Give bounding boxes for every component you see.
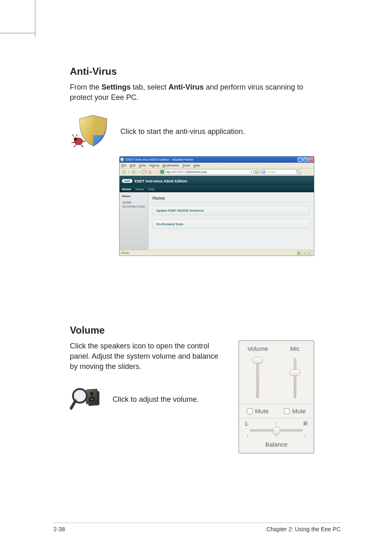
- text: From the: [70, 83, 101, 91]
- balance-slider[interactable]: [245, 428, 308, 433]
- volume-heading: Volume: [70, 325, 316, 336]
- mic-label: Mic: [277, 345, 314, 352]
- eset-tab-help[interactable]: Help: [148, 187, 154, 191]
- volume-label: Volume: [239, 345, 277, 352]
- site-icon: e: [160, 170, 164, 174]
- search-button[interactable]: 🔍: [296, 170, 300, 174]
- mic-mute-label: Mute: [292, 408, 306, 415]
- svg-line-6: [81, 145, 83, 147]
- page-number: 2-38: [53, 526, 65, 532]
- slider-thumb[interactable]: [290, 369, 300, 376]
- menu-bookmarks[interactable]: Bookmarks: [163, 164, 179, 167]
- svg-line-15: [71, 401, 76, 408]
- eset-sidebar: Home: Update On-Demand Scan: [120, 192, 148, 250]
- eset-panel-update[interactable]: Update ESET NOD32 Antivirus: [152, 206, 310, 215]
- mic-slider[interactable]: [291, 355, 299, 401]
- text-bold: Settings: [101, 83, 131, 91]
- balance-R: R: [303, 420, 308, 427]
- url-bar[interactable]: e http://127.0.0.1:20032/index.php ▾: [159, 169, 254, 175]
- svg-line-3: [76, 134, 77, 137]
- forward-button[interactable]: ►: [131, 170, 136, 175]
- svg-point-10: [90, 392, 94, 396]
- eset-main: Home Update ESET NOD32 Antivirus On-Dema…: [148, 192, 314, 250]
- volume-mute-label: Mute: [255, 408, 269, 415]
- status-icon-1[interactable]: ◧: [297, 251, 302, 255]
- svg-line-2: [72, 134, 74, 137]
- antivirus-icon-desc: Click to start the anti-virus applicatio…: [120, 127, 245, 136]
- url-dd[interactable]: ▾: [251, 171, 252, 174]
- svg-line-4: [71, 142, 75, 143]
- volume-mute-checkbox[interactable]: [247, 408, 253, 414]
- back-dd[interactable]: ▾: [127, 171, 130, 173]
- status-text: Done: [121, 251, 129, 255]
- status-icon-3[interactable]: ✔: [307, 251, 312, 255]
- slider-thumb[interactable]: [252, 357, 263, 364]
- eset-main-heading: Home: [152, 196, 310, 203]
- eset-panel-scan[interactable]: On-Demand Scan: [152, 219, 310, 229]
- antivirus-shield-icon: [70, 114, 109, 149]
- firefox-icon: [120, 158, 124, 161]
- url-text: http://127.0.0.1:20032/index.php: [166, 171, 207, 173]
- eset-tab-setup[interactable]: Setup: [135, 187, 144, 191]
- volume-icon-desc: Click to adjust the volume.: [113, 395, 199, 404]
- text-bold: Anti-Virus: [168, 83, 204, 91]
- eset-side-ondemand[interactable]: On-Demand Scan: [122, 205, 145, 208]
- titlebar[interactable]: ESET Anti-virus ASUS Edition - Mozilla F…: [120, 157, 314, 163]
- menu-tools[interactable]: Tools: [182, 164, 190, 167]
- eset-side-update[interactable]: Update: [122, 201, 145, 204]
- eset-tabs: Home Setup Help: [120, 186, 314, 192]
- eset-banner-title: ESET Anti-virus ASUS Edition: [135, 179, 187, 183]
- statusbar: Done ◧ ● ✔: [120, 250, 314, 256]
- text: tab, select: [131, 83, 168, 91]
- menu-help[interactable]: Help: [194, 164, 200, 167]
- window-title: ESET Anti-virus ASUS Edition - Mozilla F…: [126, 158, 194, 161]
- svg-line-5: [74, 145, 76, 147]
- reload-button[interactable]: [142, 170, 146, 174]
- firefox-window: ESET Anti-virus ASUS Edition - Mozilla F…: [119, 156, 314, 256]
- toolbar: ◄ ▾ ► ▾ ✕ ⌂ e http://127.0.0.1:20032/ind…: [120, 168, 314, 176]
- eset-logo: eset: [122, 179, 132, 183]
- eset-banner: eset ESET Anti-virus ASUS Edition: [120, 176, 314, 186]
- menu-view[interactable]: View: [139, 164, 146, 167]
- menubar: File Edit View History Bookmarks Tools H…: [120, 163, 314, 168]
- menu-file[interactable]: File: [121, 164, 127, 167]
- speaker-icon: [70, 383, 101, 417]
- eset-side-home: Home:: [122, 195, 145, 198]
- menu-edit[interactable]: Edit: [130, 164, 136, 167]
- antivirus-body: From the Settings tab, select Anti-Virus…: [70, 82, 316, 103]
- balance-label: Balance: [245, 441, 308, 448]
- search-box[interactable]: G▾ Google 🔍: [261, 169, 302, 175]
- mic-mute-checkbox[interactable]: [284, 408, 290, 414]
- maximize-button[interactable]: ❐: [303, 157, 308, 162]
- svg-point-1: [74, 138, 77, 141]
- volume-panel: Volume Mic Mute Mute: [238, 340, 314, 454]
- volume-body: Click the speakers icon to open the cont…: [70, 341, 226, 372]
- google-icon: G▾: [262, 170, 265, 174]
- home-button[interactable]: ⌂: [153, 170, 158, 174]
- minimize-button[interactable]: _: [297, 157, 302, 162]
- volume-slider[interactable]: [254, 355, 261, 401]
- stop-button[interactable]: ✕: [148, 170, 152, 174]
- antivirus-heading: Anti-Virus: [70, 66, 316, 77]
- slider-thumb[interactable]: [273, 427, 280, 435]
- menu-history[interactable]: History: [149, 164, 159, 167]
- back-button[interactable]: ◄: [121, 170, 126, 175]
- forward-dd[interactable]: ▾: [138, 171, 141, 173]
- balance-L: L: [245, 420, 248, 427]
- close-button[interactable]: ✕: [308, 157, 313, 162]
- go-button[interactable]: ▸: [255, 170, 259, 174]
- status-icon-2[interactable]: ●: [302, 251, 307, 255]
- chapter-label: Chapter 2: Using the Eee PC: [266, 526, 341, 532]
- search-placeholder: Google: [267, 171, 276, 173]
- eset-tab-home[interactable]: Home: [122, 187, 131, 191]
